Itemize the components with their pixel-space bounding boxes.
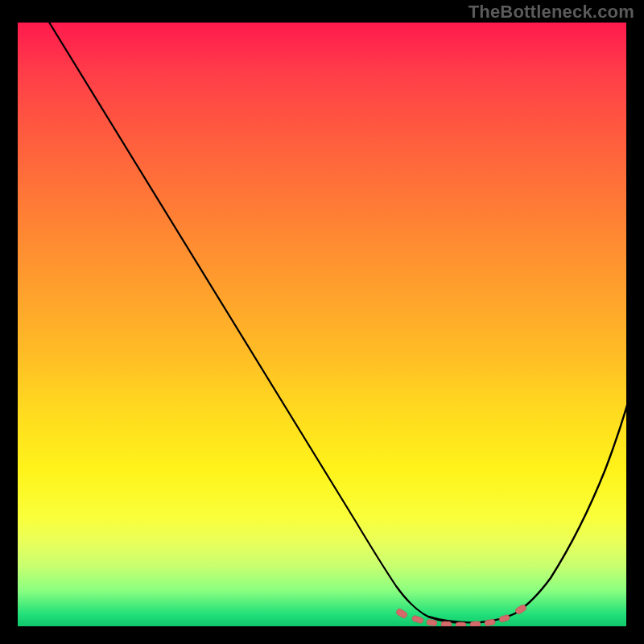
chart-frame: TheBottleneck.com [0, 0, 644, 644]
svg-rect-3 [441, 621, 452, 626]
svg-rect-7 [498, 614, 510, 623]
svg-rect-4 [456, 622, 466, 626]
svg-rect-2 [427, 619, 438, 626]
svg-rect-1 [411, 615, 423, 624]
bottleneck-curve-left [48, 23, 464, 623]
bottleneck-curve-right [428, 402, 626, 622]
plot-area [18, 23, 626, 626]
svg-rect-0 [395, 608, 408, 619]
svg-rect-6 [485, 619, 496, 626]
svg-rect-5 [470, 621, 481, 626]
watermark-text: TheBottleneck.com [469, 2, 634, 23]
curve-svg [18, 23, 626, 626]
